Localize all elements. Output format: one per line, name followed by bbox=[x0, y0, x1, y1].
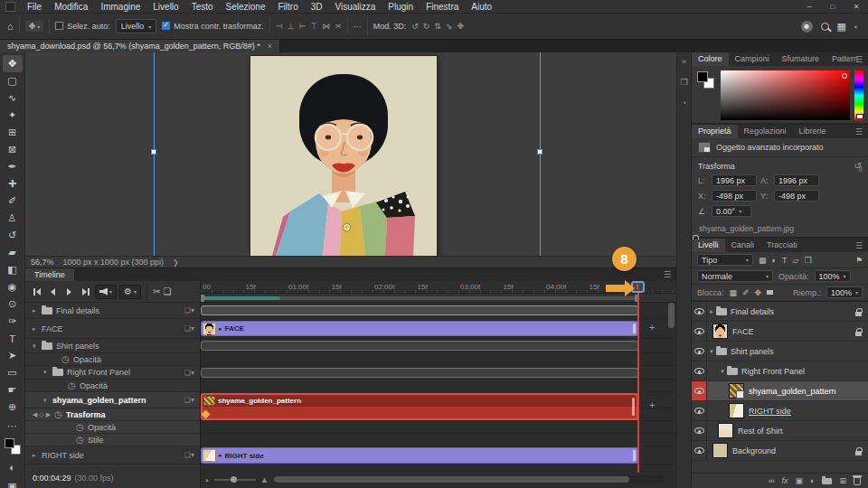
quick-mask-icon[interactable]: ◐ bbox=[3, 458, 23, 475]
lock-all-icon[interactable] bbox=[767, 290, 773, 295]
y-position-field[interactable]: -498 px bbox=[774, 190, 819, 202]
previous-frame-button[interactable] bbox=[46, 286, 60, 298]
shape-filter-icon[interactable]: ▱ bbox=[792, 256, 798, 265]
mode-3d-icon[interactable]: ↺ bbox=[411, 22, 419, 31]
home-icon[interactable]: ⌂ bbox=[7, 21, 14, 32]
expand-icon[interactable]: ▸ bbox=[33, 307, 42, 314]
smart-object-filter-icon[interactable]: ❒ bbox=[804, 256, 811, 265]
account-avatar[interactable]: ☻ bbox=[801, 21, 813, 33]
foreground-background-colors[interactable] bbox=[696, 70, 716, 120]
play-button[interactable] bbox=[62, 286, 76, 298]
height-field[interactable]: 1996 px bbox=[774, 174, 819, 186]
menu-item[interactable]: Modifica bbox=[48, 0, 94, 13]
horizontal-scrollbar[interactable] bbox=[273, 475, 664, 483]
mode-3d-icon[interactable]: ↻ bbox=[423, 22, 430, 31]
panel-tab[interactable]: Tracciati bbox=[760, 239, 804, 252]
new-group-icon[interactable] bbox=[822, 478, 832, 484]
panel-menu-icon[interactable]: ☰ bbox=[664, 270, 671, 279]
rectangular-marquee-tool[interactable]: ▢ bbox=[3, 72, 23, 89]
eyedropper-tool[interactable]: ✒ bbox=[3, 158, 23, 175]
track-right-front-panel[interactable]: ▾ Right Front Panel ❏▾ bbox=[25, 366, 200, 380]
transform-reference-point[interactable] bbox=[344, 224, 350, 230]
layer-row-shyama-golden-pattern[interactable]: shyama_golden_pattern bbox=[692, 381, 868, 401]
menu-item[interactable]: Immagine bbox=[94, 0, 146, 13]
layer-effects-icon[interactable]: fx bbox=[781, 476, 788, 485]
menu-item[interactable]: Aiuto bbox=[465, 0, 498, 13]
panel-tab[interactable]: Campioni bbox=[729, 52, 776, 66]
adjustment-filter-icon[interactable]: ◐ bbox=[772, 256, 777, 265]
color-picker-cursor[interactable] bbox=[842, 73, 847, 79]
clip-shirt-panels[interactable] bbox=[201, 341, 638, 351]
lock-position-icon[interactable]: ✥ bbox=[755, 288, 762, 297]
clone-stamp-tool[interactable]: ♙ bbox=[3, 210, 23, 227]
track-face[interactable]: ▸ FACE ❏▾ bbox=[25, 319, 200, 339]
saturation-brightness-field[interactable] bbox=[721, 70, 850, 120]
track-settings-icon[interactable]: ❏▾ bbox=[184, 451, 194, 459]
rotation-field[interactable]: 0.00°▾ bbox=[712, 205, 751, 217]
pixel-filter-icon[interactable]: ▦ bbox=[759, 256, 767, 265]
mode-3d-icon[interactable]: ✥ bbox=[457, 22, 464, 31]
white-swatch[interactable] bbox=[856, 114, 863, 119]
chevron-down-icon[interactable]: ▾ bbox=[854, 23, 857, 30]
panel-tab[interactable]: Regolazioni bbox=[738, 125, 793, 138]
collapse-icon[interactable]: ▾ bbox=[43, 397, 52, 404]
workspace-icon[interactable]: ▦ bbox=[837, 21, 846, 33]
layer-row-right-side[interactable]: RIGHT side bbox=[692, 401, 868, 421]
type-filter-icon[interactable]: T bbox=[782, 256, 788, 265]
layer-row-rest-of-shirt[interactable]: Rest of Shirt bbox=[692, 421, 868, 441]
zoom-tool[interactable]: ⊕ bbox=[3, 399, 23, 416]
panel-menu-icon[interactable]: ☰ bbox=[855, 241, 863, 250]
align-icon[interactable]: ⊥ bbox=[288, 22, 295, 31]
foreground-color-swatch[interactable] bbox=[5, 438, 14, 448]
menu-item[interactable]: Visualizza bbox=[329, 0, 382, 13]
stopwatch-icon[interactable]: ◷ bbox=[54, 409, 66, 419]
layer-row-face[interactable]: FACE bbox=[692, 322, 868, 342]
panel-menu-icon[interactable]: ☰ bbox=[855, 127, 863, 136]
panel-tab[interactable]: Livelli bbox=[692, 239, 725, 252]
menu-item[interactable]: Testo bbox=[185, 0, 220, 13]
x-position-field[interactable]: -498 px bbox=[712, 190, 757, 202]
link-dimensions-icon[interactable]: ∞ bbox=[856, 166, 865, 172]
crop-tool[interactable]: ⊞ bbox=[3, 124, 23, 141]
filter-toggle-icon[interactable]: ⚑ bbox=[855, 256, 863, 265]
menu-item[interactable]: Selezione bbox=[220, 0, 272, 13]
mode-3d-icon[interactable]: ⇘ bbox=[446, 22, 453, 31]
stopwatch-icon[interactable]: ◷ bbox=[76, 422, 88, 432]
mute-audio-button[interactable]: ▾ bbox=[95, 285, 117, 299]
close-button[interactable]: ✕ bbox=[844, 0, 868, 14]
adjustment-layer-icon[interactable]: ◐ bbox=[810, 476, 815, 485]
delete-layer-icon[interactable] bbox=[854, 477, 861, 485]
split-clip-icon[interactable]: ✂ bbox=[153, 286, 160, 296]
auto-select-checkbox[interactable]: Selez. auto: bbox=[55, 22, 110, 31]
go-to-first-frame-button[interactable] bbox=[30, 286, 43, 298]
track-settings-icon[interactable]: ❏▾ bbox=[184, 324, 194, 333]
menu-item[interactable]: 3D bbox=[305, 0, 329, 13]
visibility-toggle[interactable] bbox=[692, 421, 707, 440]
layer-mask-icon[interactable]: ▣ bbox=[796, 476, 804, 485]
auto-select-target-dropdown[interactable]: Livello▾ bbox=[116, 19, 157, 33]
layer-row-final-details[interactable]: ▸ Final details bbox=[692, 302, 868, 322]
menu-item[interactable]: Livello bbox=[146, 0, 184, 13]
clip-face[interactable]: ▸ FACE bbox=[201, 321, 638, 336]
minimize-button[interactable]: ─ bbox=[797, 0, 821, 14]
stopwatch-icon[interactable]: ◷ bbox=[68, 380, 80, 390]
panel-tab[interactable]: Canali bbox=[725, 239, 761, 252]
dodge-tool[interactable]: ⊙ bbox=[3, 296, 23, 313]
visibility-toggle[interactable] bbox=[692, 361, 707, 380]
tab-close-icon[interactable]: × bbox=[268, 42, 272, 51]
track-shyama-golden-pattern[interactable]: ▾ shyama_golden_pattern ❏▾ bbox=[25, 392, 200, 408]
blend-mode-dropdown[interactable]: Normale▾ bbox=[697, 270, 773, 282]
collapse-icon[interactable]: ▾ bbox=[43, 369, 52, 376]
quick-selection-tool[interactable]: ✦ bbox=[3, 107, 23, 124]
hue-slider[interactable] bbox=[854, 70, 863, 120]
visibility-toggle[interactable] bbox=[692, 401, 707, 420]
lasso-tool[interactable]: ∿ bbox=[3, 89, 23, 107]
collapse-icon[interactable]: ▾ bbox=[707, 348, 716, 355]
new-layer-icon[interactable]: ⊞ bbox=[839, 476, 846, 485]
spot-healing-brush-tool[interactable]: ✚ bbox=[3, 175, 23, 192]
screen-mode-icon[interactable]: ▣ bbox=[3, 478, 23, 488]
hand-tool[interactable]: ☛ bbox=[3, 381, 23, 399]
transform-handle-left[interactable] bbox=[151, 149, 156, 155]
work-area-bar[interactable] bbox=[201, 294, 676, 303]
align-icon[interactable]: ⋈ bbox=[322, 22, 330, 31]
